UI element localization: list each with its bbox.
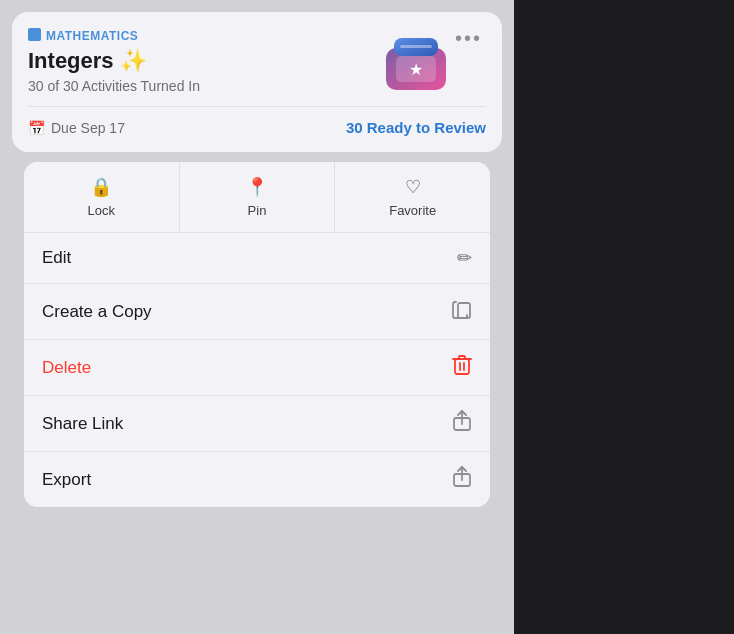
export-icon: [452, 466, 472, 493]
right-panel: [514, 0, 734, 634]
trash-icon: [452, 354, 472, 381]
svg-text:★: ★: [409, 61, 423, 78]
more-options-button[interactable]: •••: [449, 26, 488, 50]
card-footer: 📅 Due Sep 17 30 Ready to Review: [28, 106, 486, 136]
subject-label: MATHEMATICS: [46, 29, 138, 43]
due-date-label: Due Sep 17: [51, 120, 125, 136]
svg-rect-5: [400, 45, 432, 48]
subject-icon: [28, 28, 41, 44]
lock-button[interactable]: 🔒 Lock: [24, 162, 180, 232]
svg-rect-7: [455, 359, 469, 374]
favorite-icon: ♡: [405, 176, 421, 198]
create-copy-menu-item[interactable]: Create a Copy: [24, 284, 490, 340]
pin-button[interactable]: 📍 Pin: [180, 162, 336, 232]
action-buttons-row: 🔒 Lock 📍 Pin ♡ Favorite: [24, 162, 490, 233]
calendar-icon: 📅: [28, 120, 45, 136]
export-menu-item[interactable]: Export: [24, 452, 490, 507]
delete-label: Delete: [42, 358, 91, 378]
card-due-date: 📅 Due Sep 17: [28, 120, 125, 136]
assignment-card: MATHEMATICS Integers ✨ 30 of 30 Activiti…: [12, 12, 502, 152]
share-link-menu-item[interactable]: Share Link: [24, 396, 490, 452]
edit-label: Edit: [42, 248, 71, 268]
copy-icon: [452, 298, 472, 325]
pin-icon: 📍: [246, 176, 268, 198]
context-menu: 🔒 Lock 📍 Pin ♡ Favorite Edit ✏ Create a …: [24, 162, 490, 507]
pin-label: Pin: [248, 203, 267, 218]
lock-label: Lock: [88, 203, 115, 218]
favorite-label: Favorite: [389, 203, 436, 218]
svg-rect-0: [28, 28, 41, 41]
edit-icon: ✏: [457, 247, 472, 269]
ready-to-review-link[interactable]: 30 Ready to Review: [346, 119, 486, 136]
edit-menu-item[interactable]: Edit ✏: [24, 233, 490, 284]
favorite-button[interactable]: ♡ Favorite: [335, 162, 490, 232]
svg-rect-6: [458, 303, 470, 318]
share-icon: [452, 410, 472, 437]
content-area: MATHEMATICS Integers ✨ 30 of 30 Activiti…: [0, 0, 514, 634]
delete-menu-item[interactable]: Delete: [24, 340, 490, 396]
assignment-icon: ★: [380, 28, 452, 100]
create-copy-label: Create a Copy: [42, 302, 152, 322]
lock-icon: 🔒: [90, 176, 112, 198]
export-label: Export: [42, 470, 91, 490]
share-link-label: Share Link: [42, 414, 123, 434]
